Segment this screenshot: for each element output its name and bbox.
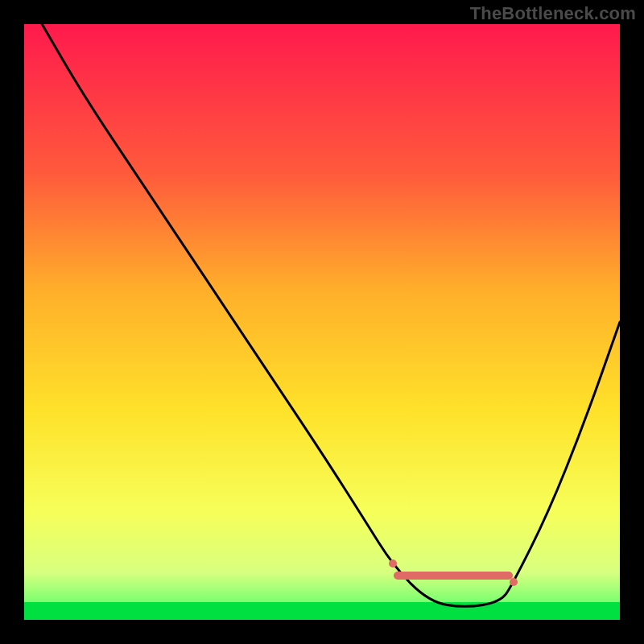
plot-area xyxy=(24,24,620,620)
valley-dot-left xyxy=(389,559,397,568)
chart-frame: TheBottleneck.com xyxy=(0,0,644,644)
valley-dot-right xyxy=(510,578,518,586)
valley-highlight xyxy=(24,24,620,620)
watermark-text: TheBottleneck.com xyxy=(470,3,636,24)
valley-bar xyxy=(394,572,513,580)
